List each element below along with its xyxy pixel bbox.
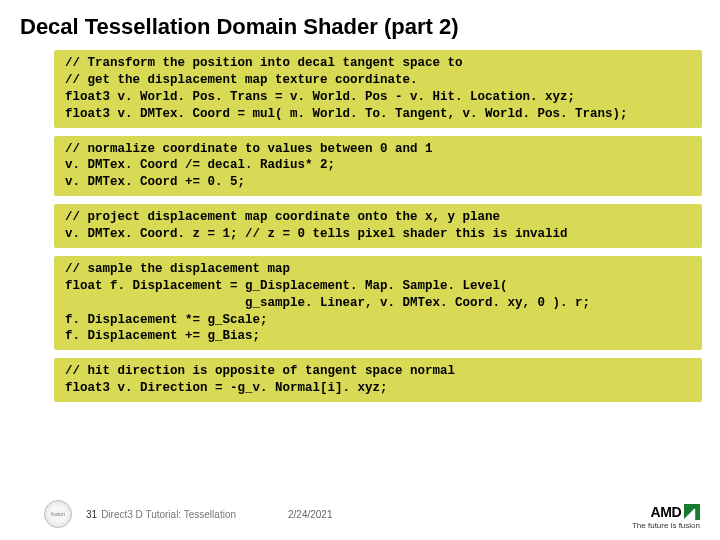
amd-logo: AMD The future is fusion [632,504,700,530]
amd-mark: AMD [632,504,700,520]
code-block-5: // hit direction is opposite of tangent … [54,358,702,402]
fusion-logo-icon: fusion [44,500,72,528]
code-block-2: // normalize coordinate to values betwee… [54,136,702,197]
code-block-1: // Transform the position into decal tan… [54,50,702,128]
amd-brand-text: AMD [651,504,681,520]
footer-date: 2/24/2021 [288,509,333,520]
amd-tagline: The future is fusion [632,521,700,530]
code-block-3: // project displacement map coordinate o… [54,204,702,248]
tutorial-label: Direct3 D Tutorial: Tessellation [101,509,236,520]
slide-title: Decal Tessellation Domain Shader (part 2… [0,0,720,50]
page-number: 31 [86,509,97,520]
code-content: // Transform the position into decal tan… [0,50,720,402]
code-block-4: // sample the displacement map float f. … [54,256,702,350]
amd-arrow-icon [684,504,700,520]
slide-footer: fusion 31 Direct3 D Tutorial: Tessellati… [0,500,720,528]
